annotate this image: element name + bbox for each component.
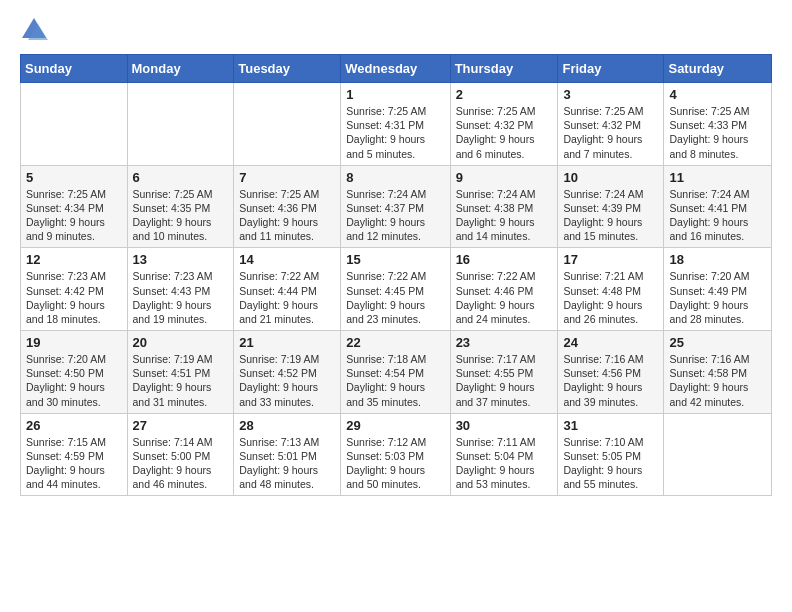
calendar-cell: 3Sunrise: 7:25 AM Sunset: 4:32 PM Daylig… — [558, 83, 664, 166]
cell-content: 19Sunrise: 7:20 AM Sunset: 4:50 PM Dayli… — [26, 335, 122, 409]
day-number: 15 — [346, 252, 444, 267]
calendar-cell: 27Sunrise: 7:14 AM Sunset: 5:00 PM Dayli… — [127, 413, 234, 496]
day-number: 3 — [563, 87, 658, 102]
calendar-cell: 17Sunrise: 7:21 AM Sunset: 4:48 PM Dayli… — [558, 248, 664, 331]
day-number: 11 — [669, 170, 766, 185]
calendar-cell: 30Sunrise: 7:11 AM Sunset: 5:04 PM Dayli… — [450, 413, 558, 496]
day-number: 12 — [26, 252, 122, 267]
calendar-cell: 12Sunrise: 7:23 AM Sunset: 4:42 PM Dayli… — [21, 248, 128, 331]
day-number: 7 — [239, 170, 335, 185]
cell-text: Sunrise: 7:24 AM Sunset: 4:37 PM Dayligh… — [346, 187, 444, 244]
weekday-header-sunday: Sunday — [21, 55, 128, 83]
calendar-cell: 2Sunrise: 7:25 AM Sunset: 4:32 PM Daylig… — [450, 83, 558, 166]
day-number: 29 — [346, 418, 444, 433]
calendar-week-row: 5Sunrise: 7:25 AM Sunset: 4:34 PM Daylig… — [21, 165, 772, 248]
day-number: 21 — [239, 335, 335, 350]
cell-content: 25Sunrise: 7:16 AM Sunset: 4:58 PM Dayli… — [669, 335, 766, 409]
page-container: SundayMondayTuesdayWednesdayThursdayFrid… — [0, 0, 792, 506]
cell-content: 17Sunrise: 7:21 AM Sunset: 4:48 PM Dayli… — [563, 252, 658, 326]
calendar-cell: 18Sunrise: 7:20 AM Sunset: 4:49 PM Dayli… — [664, 248, 772, 331]
cell-content: 5Sunrise: 7:25 AM Sunset: 4:34 PM Daylig… — [26, 170, 122, 244]
cell-content: 21Sunrise: 7:19 AM Sunset: 4:52 PM Dayli… — [239, 335, 335, 409]
calendar-cell: 28Sunrise: 7:13 AM Sunset: 5:01 PM Dayli… — [234, 413, 341, 496]
calendar-cell: 29Sunrise: 7:12 AM Sunset: 5:03 PM Dayli… — [341, 413, 450, 496]
day-number: 25 — [669, 335, 766, 350]
cell-text: Sunrise: 7:15 AM Sunset: 4:59 PM Dayligh… — [26, 435, 122, 492]
day-number: 13 — [133, 252, 229, 267]
cell-content: 20Sunrise: 7:19 AM Sunset: 4:51 PM Dayli… — [133, 335, 229, 409]
calendar-cell: 10Sunrise: 7:24 AM Sunset: 4:39 PM Dayli… — [558, 165, 664, 248]
weekday-header-monday: Monday — [127, 55, 234, 83]
calendar-cell — [127, 83, 234, 166]
calendar-week-row: 19Sunrise: 7:20 AM Sunset: 4:50 PM Dayli… — [21, 331, 772, 414]
calendar-cell: 15Sunrise: 7:22 AM Sunset: 4:45 PM Dayli… — [341, 248, 450, 331]
calendar-week-row: 26Sunrise: 7:15 AM Sunset: 4:59 PM Dayli… — [21, 413, 772, 496]
cell-content: 9Sunrise: 7:24 AM Sunset: 4:38 PM Daylig… — [456, 170, 553, 244]
calendar-cell: 5Sunrise: 7:25 AM Sunset: 4:34 PM Daylig… — [21, 165, 128, 248]
cell-text: Sunrise: 7:14 AM Sunset: 5:00 PM Dayligh… — [133, 435, 229, 492]
cell-text: Sunrise: 7:25 AM Sunset: 4:33 PM Dayligh… — [669, 104, 766, 161]
day-number: 23 — [456, 335, 553, 350]
day-number: 27 — [133, 418, 229, 433]
calendar-cell: 6Sunrise: 7:25 AM Sunset: 4:35 PM Daylig… — [127, 165, 234, 248]
calendar-cell: 14Sunrise: 7:22 AM Sunset: 4:44 PM Dayli… — [234, 248, 341, 331]
cell-content: 30Sunrise: 7:11 AM Sunset: 5:04 PM Dayli… — [456, 418, 553, 492]
calendar-week-row: 1Sunrise: 7:25 AM Sunset: 4:31 PM Daylig… — [21, 83, 772, 166]
day-number: 1 — [346, 87, 444, 102]
calendar-table: SundayMondayTuesdayWednesdayThursdayFrid… — [20, 54, 772, 496]
day-number: 5 — [26, 170, 122, 185]
day-number: 2 — [456, 87, 553, 102]
calendar-cell: 22Sunrise: 7:18 AM Sunset: 4:54 PM Dayli… — [341, 331, 450, 414]
day-number: 22 — [346, 335, 444, 350]
cell-text: Sunrise: 7:25 AM Sunset: 4:32 PM Dayligh… — [456, 104, 553, 161]
cell-content: 13Sunrise: 7:23 AM Sunset: 4:43 PM Dayli… — [133, 252, 229, 326]
weekday-header-tuesday: Tuesday — [234, 55, 341, 83]
cell-content: 2Sunrise: 7:25 AM Sunset: 4:32 PM Daylig… — [456, 87, 553, 161]
day-number: 31 — [563, 418, 658, 433]
calendar-cell: 11Sunrise: 7:24 AM Sunset: 4:41 PM Dayli… — [664, 165, 772, 248]
cell-text: Sunrise: 7:11 AM Sunset: 5:04 PM Dayligh… — [456, 435, 553, 492]
day-number: 30 — [456, 418, 553, 433]
cell-text: Sunrise: 7:18 AM Sunset: 4:54 PM Dayligh… — [346, 352, 444, 409]
day-number: 8 — [346, 170, 444, 185]
cell-content: 11Sunrise: 7:24 AM Sunset: 4:41 PM Dayli… — [669, 170, 766, 244]
cell-content: 10Sunrise: 7:24 AM Sunset: 4:39 PM Dayli… — [563, 170, 658, 244]
cell-content — [133, 87, 229, 159]
calendar-cell: 31Sunrise: 7:10 AM Sunset: 5:05 PM Dayli… — [558, 413, 664, 496]
day-number: 24 — [563, 335, 658, 350]
day-number: 16 — [456, 252, 553, 267]
cell-text: Sunrise: 7:24 AM Sunset: 4:41 PM Dayligh… — [669, 187, 766, 244]
cell-text: Sunrise: 7:23 AM Sunset: 4:42 PM Dayligh… — [26, 269, 122, 326]
cell-content: 26Sunrise: 7:15 AM Sunset: 4:59 PM Dayli… — [26, 418, 122, 492]
cell-text: Sunrise: 7:12 AM Sunset: 5:03 PM Dayligh… — [346, 435, 444, 492]
cell-text: Sunrise: 7:23 AM Sunset: 4:43 PM Dayligh… — [133, 269, 229, 326]
calendar-cell: 13Sunrise: 7:23 AM Sunset: 4:43 PM Dayli… — [127, 248, 234, 331]
cell-content: 8Sunrise: 7:24 AM Sunset: 4:37 PM Daylig… — [346, 170, 444, 244]
logo — [20, 16, 52, 44]
weekday-header-thursday: Thursday — [450, 55, 558, 83]
calendar-cell: 26Sunrise: 7:15 AM Sunset: 4:59 PM Dayli… — [21, 413, 128, 496]
day-number: 9 — [456, 170, 553, 185]
day-number: 14 — [239, 252, 335, 267]
cell-content: 29Sunrise: 7:12 AM Sunset: 5:03 PM Dayli… — [346, 418, 444, 492]
cell-text: Sunrise: 7:19 AM Sunset: 4:51 PM Dayligh… — [133, 352, 229, 409]
day-number: 10 — [563, 170, 658, 185]
weekday-header-saturday: Saturday — [664, 55, 772, 83]
cell-content: 6Sunrise: 7:25 AM Sunset: 4:35 PM Daylig… — [133, 170, 229, 244]
cell-content: 22Sunrise: 7:18 AM Sunset: 4:54 PM Dayli… — [346, 335, 444, 409]
cell-content: 18Sunrise: 7:20 AM Sunset: 4:49 PM Dayli… — [669, 252, 766, 326]
cell-content: 27Sunrise: 7:14 AM Sunset: 5:00 PM Dayli… — [133, 418, 229, 492]
cell-text: Sunrise: 7:22 AM Sunset: 4:45 PM Dayligh… — [346, 269, 444, 326]
calendar-cell: 7Sunrise: 7:25 AM Sunset: 4:36 PM Daylig… — [234, 165, 341, 248]
calendar-cell: 20Sunrise: 7:19 AM Sunset: 4:51 PM Dayli… — [127, 331, 234, 414]
cell-text: Sunrise: 7:10 AM Sunset: 5:05 PM Dayligh… — [563, 435, 658, 492]
calendar-cell: 4Sunrise: 7:25 AM Sunset: 4:33 PM Daylig… — [664, 83, 772, 166]
calendar-cell: 24Sunrise: 7:16 AM Sunset: 4:56 PM Dayli… — [558, 331, 664, 414]
cell-text: Sunrise: 7:21 AM Sunset: 4:48 PM Dayligh… — [563, 269, 658, 326]
cell-text: Sunrise: 7:22 AM Sunset: 4:46 PM Dayligh… — [456, 269, 553, 326]
cell-text: Sunrise: 7:17 AM Sunset: 4:55 PM Dayligh… — [456, 352, 553, 409]
calendar-cell: 9Sunrise: 7:24 AM Sunset: 4:38 PM Daylig… — [450, 165, 558, 248]
cell-text: Sunrise: 7:16 AM Sunset: 4:58 PM Dayligh… — [669, 352, 766, 409]
day-number: 6 — [133, 170, 229, 185]
cell-text: Sunrise: 7:25 AM Sunset: 4:34 PM Dayligh… — [26, 187, 122, 244]
